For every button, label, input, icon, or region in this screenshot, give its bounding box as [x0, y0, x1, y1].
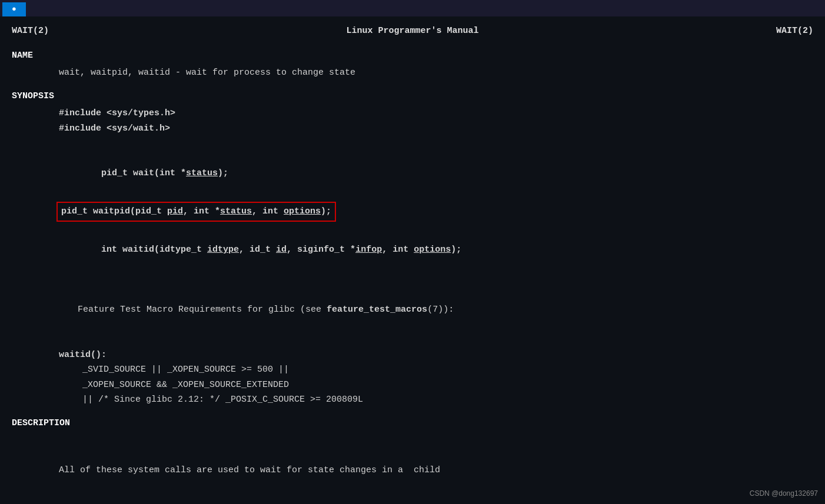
waitid-label: waitid(): [12, 348, 813, 363]
macro2: _XOPEN_SOURCE && _XOPEN_SOURCE_EXTENDED [12, 378, 813, 393]
synopsis-title: SYNOPSIS [12, 89, 813, 104]
synopsis-section: SYNOPSIS #include <sys/types.h> #include… [12, 89, 813, 408]
header-center: Linux Programmer's Manual [346, 24, 478, 39]
description-body: All of these system calls are used to wa… [12, 433, 813, 504]
name-content: wait, waitpid, waitid - wait for process… [12, 65, 813, 81]
desc-line1: All of these system calls are used to wa… [59, 463, 813, 478]
active-tab[interactable]: ● [2, 2, 26, 16]
description-title: DESCRIPTION [12, 416, 813, 431]
header-left: WAIT(2) [12, 24, 49, 39]
feature-test-line: Feature Test Macro Requirements for glib… [12, 288, 813, 333]
man-page-header: WAIT(2) Linux Programmer's Manual WAIT(2… [12, 24, 813, 39]
header-right: WAIT(2) [776, 24, 813, 39]
include1: #include <sys/types.h> [12, 106, 813, 121]
sig1: pid_t wait(int *status); [12, 151, 813, 196]
watermark: CSDN @dong132697 [750, 488, 818, 499]
sig3: int waitid(idtype_t idtype, id_t id, sig… [12, 228, 813, 273]
macro1: _SVID_SOURCE || _XOPEN_SOURCE >= 500 || [12, 362, 813, 378]
terminal-window: ● WAIT(2) Linux Programmer's Manual WAIT… [0, 0, 825, 504]
sig2-highlighted: pid_t waitpid(pid_t pid, int *status, in… [56, 202, 336, 222]
sig2-container: pid_t waitpid(pid_t pid, int *status, in… [12, 199, 813, 224]
man-page-content: WAIT(2) Linux Programmer's Manual WAIT(2… [0, 16, 825, 504]
tab-bar: ● [0, 0, 825, 16]
name-section: NAME wait, waitpid, waitid - wait for pr… [12, 48, 813, 81]
include2: #include <sys/wait.h> [12, 121, 813, 136]
name-title: NAME [12, 48, 813, 64]
macro3: || /* Since glibc 2.12: */ _POSIX_C_SOUR… [12, 392, 813, 408]
description-section: DESCRIPTION All of these system calls ar… [12, 416, 813, 505]
